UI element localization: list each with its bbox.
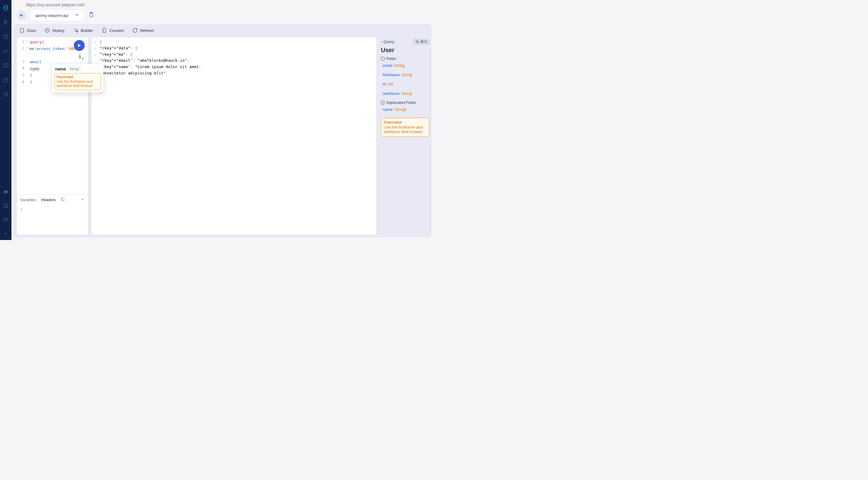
tab-variables[interactable]: Variables [20, 198, 36, 202]
key-icon[interactable] [3, 48, 9, 54]
refresh-button[interactable]: Refresh [132, 28, 154, 33]
result-viewer[interactable]: ▾ {▾ "rkey">"data": {▾ "rkey">"me": { "r… [91, 37, 376, 97]
logo-icon[interactable] [3, 5, 9, 11]
refresh-small-icon[interactable] [61, 197, 65, 202]
header-row: api/my-stepzen-api [14, 8, 432, 24]
chevron-down-icon [74, 12, 79, 19]
endpoint-dropdown[interactable]: api/my-stepzen-api [30, 10, 84, 21]
result-line: } [94, 76, 373, 83]
result-line: } [94, 89, 373, 95]
discord-icon[interactable] [3, 189, 9, 195]
docs-button[interactable]: Docs [19, 28, 36, 33]
tooltip-field-name: name [55, 67, 66, 71]
toolbar: Docs History Builder Connect Refresh [14, 24, 432, 37]
search-icon [415, 40, 419, 44]
result-line: ▾ { [94, 39, 373, 45]
layout-icon[interactable] [3, 34, 9, 40]
main-area: https://my-account.stepzen.net/ api/my-s… [11, 0, 434, 240]
svg-rect-10 [21, 28, 24, 33]
url-text: https://my-account.stepzen.net/ [26, 2, 432, 7]
sidebar [0, 0, 11, 240]
docs-field-row[interactable]: id: ID! [381, 82, 429, 87]
docs-field-row[interactable]: firstName: String [381, 73, 429, 77]
docs-search[interactable]: ⌘ K [413, 39, 429, 45]
result-line: "rkey">"email": "abelklocko@hauck.io", [94, 58, 373, 64]
result-line: "rkey">"name": "Lorem ipsum dolor sit am… [94, 64, 373, 70]
query-editor[interactable]: 1▾query {2▾ me(access_token: "ABC") {3 e… [17, 37, 88, 195]
result-line: } [94, 83, 373, 89]
docs-field-row[interactable]: lastName: String [381, 91, 429, 96]
svg-line-16 [418, 42, 418, 43]
builder-button[interactable]: Builder [73, 28, 93, 33]
field-tooltip: name String! Deprecated Use the firstNam… [52, 64, 103, 93]
clipboard-icon[interactable] [88, 12, 94, 19]
fields-header: · Fields [381, 57, 429, 61]
tab-headers[interactable]: Headers [41, 198, 56, 202]
book-icon[interactable] [3, 63, 9, 69]
svg-rect-13 [103, 28, 105, 33]
docs-field-row[interactable]: name: String! [381, 107, 429, 112]
deprecated-notice: Deprecated Use the firstName and lastNam… [381, 118, 429, 137]
deprecated-icon: × [381, 101, 384, 104]
chevron-left-icon: ‹ [381, 39, 382, 44]
svg-point-15 [416, 41, 418, 43]
result-line: ▾ "rkey">"me": { [94, 52, 373, 58]
docs-field-row[interactable]: email: String [381, 63, 429, 68]
query-editor-panel: 1▾query {2▾ me(access_token: "ABC") {3 e… [16, 37, 89, 235]
svg-rect-4 [4, 191, 8, 193]
docs-breadcrumb[interactable]: ‹ Query [381, 39, 394, 44]
mail-icon[interactable] [3, 203, 9, 209]
tooltip-field-type: String! [68, 67, 81, 71]
back-button[interactable] [17, 10, 27, 20]
variables-editor[interactable]: 1 [17, 205, 88, 235]
history-button[interactable]: History [44, 28, 64, 33]
shield-icon[interactable] [3, 92, 9, 98]
svg-marker-14 [78, 44, 81, 47]
bolt-icon[interactable] [3, 19, 9, 25]
tooltip-deprecated-box: Deprecated Use the firstName and lastNam… [55, 73, 101, 90]
docs-panel: ‹ Query ⌘ K User · Fields email: Stringf… [379, 37, 429, 235]
result-line: consectetur adipiscing elit" [94, 70, 373, 76]
card-icon[interactable] [3, 216, 9, 222]
workspace: Docs History Builder Connect Refresh [14, 24, 432, 238]
svg-rect-5 [4, 218, 8, 221]
package-icon[interactable] [3, 77, 9, 83]
svg-rect-2 [4, 79, 7, 82]
editor-bottom-tabs: Variables Headers [17, 195, 88, 205]
result-panel: ▾ {▾ "rkey">"data": {▾ "rkey">"me": { "r… [91, 37, 377, 235]
chevron-right-icon[interactable] [3, 230, 9, 236]
chevron-down-icon[interactable] [81, 197, 85, 202]
fields-icon: · [381, 57, 384, 61]
result-line: ▾ "rkey">"data": { [94, 45, 373, 52]
deprecated-fields-header: × Deprecated Fields [381, 101, 429, 105]
connect-button[interactable]: Connect [101, 28, 124, 33]
docs-title: User [381, 47, 429, 54]
run-button[interactable] [74, 40, 85, 51]
prettify-icon[interactable] [79, 55, 84, 62]
endpoint-label: api/my-stepzen-api [35, 13, 68, 18]
